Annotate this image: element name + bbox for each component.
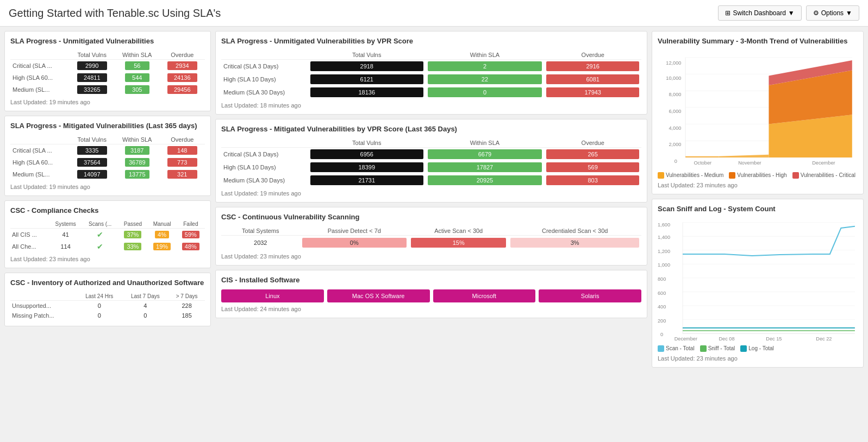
table-row: Missing Patch... 0 0 185	[10, 311, 205, 320]
scan-sniff-title: Scan Sniff and Log - System Count	[658, 205, 858, 214]
col-header	[221, 50, 308, 60]
check-icon: ✔	[97, 230, 103, 239]
col-header: > 7 Days	[168, 292, 205, 301]
last-updated: Last Updated: 24 minutes ago	[221, 306, 641, 312]
failed-cell: 59%	[177, 228, 205, 241]
gt7-cell: 228	[168, 300, 205, 311]
linux-button[interactable]: Linux	[221, 289, 324, 302]
total-cell: 14097	[70, 168, 115, 180]
row-label: High (SLA 10 Days)	[221, 73, 308, 86]
within-cell: 36789	[115, 156, 160, 168]
row-label: High (SLA 60...	[10, 156, 70, 168]
row-label: Critical (SLA 3 Days)	[221, 59, 308, 73]
sla-mitigated-title: SLA Progress - Mitigated Vulnerabilities…	[10, 122, 205, 131]
svg-marker-16	[719, 155, 769, 157]
last-updated: Last Updated: 23 minutes ago	[10, 256, 205, 262]
vpr-mitigated-table: Total Vulns Within SLA Overdue Critical …	[221, 138, 641, 187]
total-cell: 18136	[308, 86, 426, 99]
scan-sniff-card: Scan Sniff and Log - System Count 0 200 …	[652, 199, 864, 368]
solaris-button[interactable]: Solaris	[539, 289, 641, 302]
switch-dashboard-button[interactable]: ⊞ Switch Dashboard ▼	[718, 5, 801, 21]
overdue-cell: 17943	[544, 86, 641, 99]
overdue-cell: 24136	[160, 72, 205, 84]
total-cell: 21731	[308, 174, 426, 187]
overdue-cell: 2916	[544, 59, 641, 73]
scan-cell: ✔	[82, 228, 118, 241]
table-row: Critical (SLA 3 Days) 2918 2 2916	[221, 59, 641, 73]
col-header-total: Total Vulns	[70, 135, 115, 144]
vuln-chart-svg: 0 2,000 4,000 6,000 8,000 10,000 12,000	[658, 50, 858, 170]
table-row: High (SLA 60... 24811 544 24136	[10, 72, 205, 84]
overdue-cell: 2934	[160, 59, 205, 72]
table-row: Medium (SL... 33265 305 29456	[10, 84, 205, 96]
total-cell: 3335	[70, 144, 115, 156]
total-cell: 18399	[308, 161, 426, 174]
legend-sniff: Sniff - Total	[700, 345, 735, 352]
col-header-label	[10, 135, 70, 144]
col-header	[10, 292, 77, 301]
scan-legend: Scan - Total Sniff - Total Log - Total	[658, 345, 858, 352]
row-label: Medium (SL...	[10, 84, 70, 96]
legend-dot-high	[729, 172, 735, 179]
software-grid: Linux Mac OS X Software Microsoft Solari…	[221, 289, 641, 302]
col-header: Credentialed Scan < 30d	[508, 226, 641, 236]
row-label: Critical (SLA ...	[10, 59, 70, 72]
within-cell: 22	[426, 73, 545, 86]
svg-text:1,600: 1,600	[658, 222, 670, 228]
active-cell: 15%	[409, 235, 508, 250]
vpr-unmitigated-table: Total Vulns Within SLA Overdue Critical …	[221, 50, 641, 99]
installed-software-card: CIS - Installed Software Linux Mac OS X …	[215, 270, 647, 318]
vpr-mitigated-title: SLA Progress - Mitigated Vulnerabilities…	[221, 125, 641, 134]
col-header	[10, 220, 49, 229]
col-header	[221, 138, 308, 148]
within-cell: 3187	[115, 144, 160, 156]
svg-text:6,000: 6,000	[669, 109, 681, 114]
inventory-title: CSC - Inventory of Authorized and Unauth…	[10, 279, 205, 288]
macosx-button[interactable]: Mac OS X Software	[327, 289, 430, 302]
within-cell: 17827	[426, 161, 545, 174]
svg-text:October: October	[694, 160, 711, 166]
row-label: Unsupported...	[10, 300, 77, 311]
legend-critical: Vulnerabilities - Critical	[792, 172, 855, 179]
inventory-card: CSC - Inventory of Authorized and Unauth…	[4, 273, 211, 326]
vpr-mitigated-card: SLA Progress - Mitigated Vulnerabilities…	[215, 119, 647, 203]
scan-sniff-chart: 0 200 400 600 800 1,000 1,200 1,400 1,60…	[658, 218, 858, 343]
col-header: Total Systems	[221, 226, 300, 236]
check-icon: ✔	[97, 242, 103, 251]
total-cell: 2990	[70, 59, 115, 72]
svg-text:1,000: 1,000	[658, 262, 670, 268]
row-label: High (SLA 60...	[10, 72, 70, 84]
svg-text:400: 400	[658, 304, 666, 310]
passive-cell: 0%	[300, 235, 409, 250]
vuln-summary-chart: 0 2,000 4,000 6,000 8,000 10,000 12,000	[658, 50, 858, 170]
col-header: Last 24 Hrs	[77, 292, 122, 301]
microsoft-button[interactable]: Microsoft	[433, 289, 536, 302]
vuln-summary-title: Vulnerability Summary - 3-Month Trend of…	[658, 37, 858, 46]
scan-cell: ✔	[82, 241, 118, 252]
col-header-overdue: Overdue	[160, 135, 205, 144]
top-bar: Getting Started with Tenable.sc Using SL…	[0, 0, 868, 27]
table-row: 2032 0% 15% 3%	[221, 235, 641, 250]
svg-text:Dec 15: Dec 15	[766, 336, 782, 342]
overdue-cell: 148	[160, 144, 205, 156]
svg-text:200: 200	[658, 318, 666, 323]
within-cell: 6679	[426, 147, 545, 161]
overdue-cell: 803	[544, 174, 641, 187]
col-header-overdue: Overdue	[160, 50, 205, 60]
options-button[interactable]: ⚙ Options ▼	[806, 5, 859, 21]
row-label: Medium (SL...	[10, 168, 70, 180]
grid-icon: ⊞	[725, 9, 730, 17]
inventory-table: Last 24 Hrs Last 7 Days > 7 Days Unsuppo…	[10, 292, 205, 320]
last-updated: Last Updated: 23 minutes ago	[658, 182, 858, 188]
col-header-total: Total Vulns	[70, 50, 115, 60]
cred-cell: 3%	[508, 235, 641, 250]
svg-text:December: December	[675, 336, 697, 342]
chevron-down-icon: ▼	[788, 9, 795, 17]
systems-cell: 114	[49, 241, 82, 252]
passed-cell: 37%	[118, 228, 147, 241]
col-header-within: Within SLA	[115, 135, 160, 144]
sla-unmitigated-table: Total Vulns Within SLA Overdue Critical …	[10, 50, 205, 96]
overdue-cell: 321	[160, 168, 205, 180]
total-cell: 33265	[70, 84, 115, 96]
vpr-unmitigated-title: SLA Progress - Unmitigated Vulnerabiliti…	[221, 37, 641, 46]
